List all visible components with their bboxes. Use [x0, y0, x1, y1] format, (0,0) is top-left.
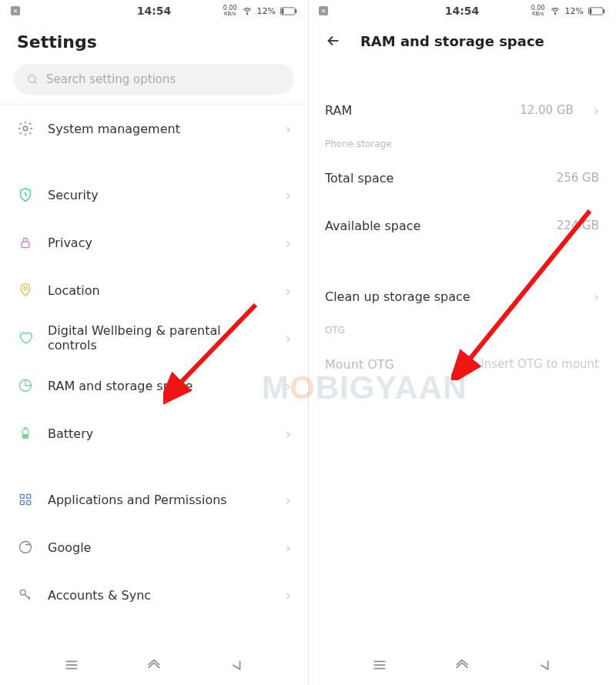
row-digital-wellbeing[interactable]: Digital Wellbeing & parental controls ›: [0, 314, 308, 362]
status-bar: ✕ 14:54 0.00KB/s 12%: [0, 0, 308, 22]
nav-back-button[interactable]: [226, 655, 246, 675]
chevron-right-icon: ›: [280, 282, 291, 299]
row-total-space: Total space 256 GB: [308, 154, 616, 202]
ram-storage-screen: ✕ 14:54 0.00KB/s 12% RAM and storage spa…: [308, 0, 616, 685]
lock-icon: [17, 234, 34, 251]
settings-header: Settings: [0, 22, 308, 61]
search-input[interactable]: Search setting options: [14, 64, 294, 95]
svg-rect-2: [282, 8, 284, 14]
svg-line-5: [35, 82, 37, 84]
row-label: Available space: [325, 219, 543, 233]
key-icon: [17, 586, 34, 603]
svg-point-23: [554, 14, 555, 15]
row-label: RAM and storage space: [48, 379, 266, 393]
svg-point-4: [28, 75, 35, 82]
heart-icon: [17, 329, 34, 346]
battery-icon: [588, 7, 605, 15]
pie-chart-icon: [17, 377, 34, 394]
search-placeholder: Search setting options: [46, 72, 176, 86]
svg-rect-15: [20, 501, 24, 505]
status-time: 14:54: [137, 5, 172, 17]
row-label: Security: [48, 188, 266, 202]
nav-home-button[interactable]: [452, 655, 472, 675]
row-label: RAM: [325, 103, 506, 118]
nav-recents-button[interactable]: [62, 655, 82, 675]
apps-grid-icon: [17, 491, 34, 508]
status-speed: 0.00KB/s: [223, 5, 237, 17]
search-icon: [26, 73, 38, 85]
status-left-icon: ✕: [319, 6, 328, 15]
svg-point-8: [24, 286, 27, 289]
row-label: Privacy: [48, 236, 266, 250]
shield-icon: [17, 186, 34, 203]
row-applications[interactable]: Applications and Permissions ›: [0, 476, 308, 523]
nav-back-button[interactable]: [534, 655, 554, 675]
chevron-right-icon: ›: [280, 587, 291, 603]
svg-rect-12: [24, 435, 28, 438]
battery-icon: [17, 425, 34, 442]
row-battery[interactable]: Battery ›: [0, 409, 308, 457]
status-battery-pct: 12%: [257, 6, 276, 16]
svg-point-6: [23, 126, 28, 131]
chevron-right-icon: ›: [280, 378, 291, 394]
row-value: 12.00 GB: [520, 103, 574, 117]
row-label: Clean up storage space: [325, 289, 574, 304]
wifi-icon: [550, 5, 561, 16]
chevron-right-icon: ›: [280, 492, 291, 508]
screen-divider: [308, 0, 309, 685]
row-value: 224 GB: [557, 219, 599, 232]
row-label: Battery: [48, 426, 266, 441]
svg-rect-25: [590, 8, 592, 14]
chevron-right-icon: ›: [280, 330, 291, 346]
ram-storage-header: RAM and storage space: [308, 22, 616, 58]
svg-rect-16: [27, 501, 31, 505]
row-value: Insert OTG to mount: [480, 357, 599, 371]
gear-icon: [17, 120, 34, 137]
status-time: 14:54: [445, 5, 480, 17]
wifi-icon: [242, 5, 253, 16]
svg-rect-7: [22, 242, 29, 248]
row-system-management[interactable]: System management ›: [0, 105, 308, 152]
row-label: Digital Wellbeing & parental controls: [48, 323, 266, 353]
row-ram-storage[interactable]: RAM and storage space ›: [0, 362, 308, 409]
row-label: System management: [48, 122, 266, 136]
status-bar: ✕ 14:54 0.00KB/s 12%: [308, 0, 616, 22]
status-right-cluster: 0.00KB/s 12%: [531, 5, 605, 17]
status-speed: 0.00KB/s: [531, 5, 545, 17]
nav-home-button[interactable]: [144, 655, 164, 675]
navigation-bar: [308, 645, 616, 685]
location-pin-icon: [17, 282, 34, 299]
svg-point-0: [246, 14, 247, 15]
status-left-icon: ✕: [11, 6, 20, 15]
section-phone-storage: Phone storage: [308, 134, 616, 154]
row-value: 256 GB: [557, 171, 599, 185]
row-clean-storage[interactable]: Clean up storage space ›: [308, 272, 616, 320]
row-security[interactable]: Security ›: [0, 171, 308, 219]
row-label: Mount OTG: [325, 357, 467, 372]
svg-rect-13: [20, 494, 24, 498]
row-available-space: Available space 224 GB: [308, 202, 616, 249]
chevron-right-icon: ›: [280, 121, 291, 137]
row-accounts-sync[interactable]: Accounts & Sync ›: [0, 571, 308, 619]
row-privacy[interactable]: Privacy ›: [0, 219, 308, 266]
back-button[interactable]: [325, 32, 342, 49]
svg-rect-11: [25, 428, 27, 429]
row-label: Accounts & Sync: [48, 588, 266, 603]
chevron-right-icon: ›: [588, 102, 599, 119]
battery-icon: [280, 7, 297, 15]
svg-rect-14: [27, 494, 31, 498]
chevron-right-icon: ›: [280, 235, 291, 251]
svg-rect-26: [603, 8, 604, 12]
row-mount-otg: Mount OTG Insert OTG to mount: [308, 340, 616, 388]
svg-point-17: [20, 542, 32, 553]
row-location[interactable]: Location ›: [0, 266, 308, 314]
row-ram[interactable]: RAM 12.00 GB ›: [308, 86, 616, 134]
page-title: Settings: [17, 32, 97, 52]
nav-recents-button[interactable]: [370, 655, 390, 675]
settings-screen: ✕ 14:54 0.00KB/s 12% Settings Search set…: [0, 0, 308, 685]
chevron-right-icon: ›: [280, 540, 291, 556]
svg-rect-3: [295, 8, 296, 12]
svg-point-18: [20, 590, 25, 595]
row-google[interactable]: Google ›: [0, 523, 308, 571]
status-right-cluster: 0.00KB/s 12%: [223, 5, 297, 17]
